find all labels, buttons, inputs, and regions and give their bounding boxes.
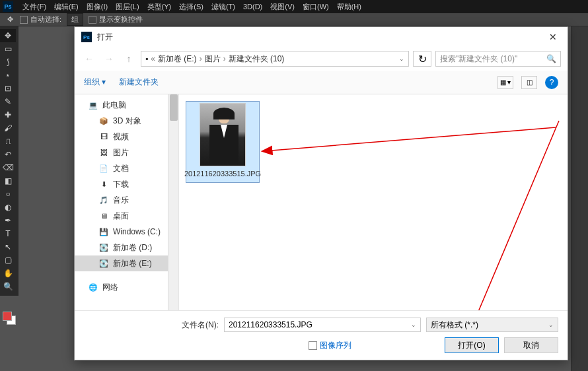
history-tool[interactable]: ↶ xyxy=(0,148,16,161)
heal-tool[interactable]: ✚ xyxy=(0,108,16,121)
ps-panels-collapsed[interactable] xyxy=(571,26,588,371)
folder-tree: 💻此电脑📦3D 对象🎞视频🖼图片📄文档⬇下载🎵音乐🖥桌面💾Windows (C:… xyxy=(75,94,179,310)
nav-back-button[interactable]: ← xyxy=(81,51,97,67)
blur-tool[interactable]: ○ xyxy=(0,187,16,201)
path-part-0[interactable]: 新加卷 (E:) xyxy=(158,53,197,65)
file-name-label: 201211620333515.JPG xyxy=(183,166,262,181)
shape-tool[interactable]: ▢ xyxy=(0,253,16,267)
tree-label: 桌面 xyxy=(113,211,129,222)
tree-item-9[interactable]: 💽新加卷 (D:) xyxy=(75,240,178,255)
autoselect-dropdown[interactable]: 组 xyxy=(67,13,83,26)
tree-label: 新加卷 (D:) xyxy=(113,242,152,253)
cancel-button[interactable]: 取消 xyxy=(504,337,558,353)
tree-label: Windows (C:) xyxy=(113,227,161,236)
folder-icon: 💾 xyxy=(98,227,109,236)
folder-icon: 🎵 xyxy=(98,195,109,205)
close-button[interactable]: ✕ xyxy=(545,29,561,45)
tree-item-1[interactable]: 📦3D 对象 xyxy=(75,113,178,129)
gradient-tool[interactable]: ◧ xyxy=(0,174,16,187)
lasso-tool[interactable]: ⟆ xyxy=(0,55,16,69)
file-item-selected[interactable]: 201211620333515.JPG xyxy=(186,101,260,183)
tree-item-8[interactable]: 💾Windows (C:) xyxy=(75,224,178,240)
zoom-tool[interactable]: 🔍 xyxy=(0,280,16,293)
organize-button[interactable]: 组织 ▾ xyxy=(84,77,106,88)
folder-icon: 💻 xyxy=(88,100,98,110)
tree-label: 网络 xyxy=(102,282,118,293)
tree-label: 图片 xyxy=(113,147,129,158)
eraser-tool[interactable]: ⌫ xyxy=(0,161,16,174)
sequence-checkbox[interactable] xyxy=(309,341,317,350)
brush-tool[interactable]: 🖌 xyxy=(0,121,16,135)
refresh-icon: ↻ xyxy=(418,53,427,65)
preview-pane-button[interactable]: ◫ xyxy=(521,76,537,89)
menu-file[interactable]: 文件(F) xyxy=(18,2,50,12)
tree-item-3[interactable]: 🖼图片 xyxy=(75,145,178,160)
open-file-dialog: Ps 打开 ✕ ← → ↑ ▪ « 新加卷 (E:) › 图片 › 新建文件夹 … xyxy=(74,26,568,360)
crop-tool[interactable]: ⊡ xyxy=(0,82,16,95)
file-thumbnail xyxy=(200,103,246,166)
nav-forward-button[interactable]: → xyxy=(101,51,117,67)
tree-label: 下载 xyxy=(113,179,129,190)
ps-options-bar: ✥ 自动选择: 组 显示变换控件 xyxy=(0,13,588,26)
file-list[interactable]: 201211620333515.JPG xyxy=(179,94,568,310)
fg-color-icon xyxy=(3,312,12,321)
tree-label: 3D 对象 xyxy=(113,116,141,127)
hand-tool[interactable]: ✋ xyxy=(0,267,16,280)
tree-item-5[interactable]: ⬇下载 xyxy=(75,176,178,192)
marquee-tool[interactable]: ▭ xyxy=(0,42,16,55)
tree-item-6[interactable]: 🎵音乐 xyxy=(75,192,178,208)
menu-filter[interactable]: 滤镜(T) xyxy=(207,2,239,12)
path-dropdown-icon[interactable]: ⌄ xyxy=(399,55,404,62)
path-part-1[interactable]: 图片 xyxy=(205,53,221,65)
tree-item-2[interactable]: 🎞视频 xyxy=(75,129,178,145)
open-button[interactable]: 打开(O) xyxy=(445,337,499,353)
path-tool[interactable]: ↖ xyxy=(0,240,16,253)
folder-icon: 📦 xyxy=(98,116,109,125)
filename-input[interactable]: 201211620333515.JPG ⌄ xyxy=(224,318,421,332)
menu-edit[interactable]: 编辑(E) xyxy=(50,2,83,12)
filetype-dropdown-icon[interactable]: ⌄ xyxy=(548,321,554,328)
address-bar[interactable]: ▪ « 新加卷 (E:) › 图片 › 新建文件夹 (10) ⌄ xyxy=(141,51,409,67)
filename-dropdown-icon[interactable]: ⌄ xyxy=(411,321,416,328)
refresh-button[interactable]: ↻ xyxy=(413,51,431,67)
menu-select[interactable]: 选择(S) xyxy=(175,2,207,12)
move-tool-icon: ✥ xyxy=(5,15,15,24)
menu-window[interactable]: 窗口(W) xyxy=(299,2,333,12)
menu-type[interactable]: 类型(Y) xyxy=(143,2,176,12)
color-swatch[interactable] xyxy=(3,312,16,325)
tree-item-7[interactable]: 🖥桌面 xyxy=(75,208,178,224)
folder-icon: ⬇ xyxy=(98,180,109,189)
menu-image[interactable]: 图像(I) xyxy=(83,2,112,12)
menu-help[interactable]: 帮助(H) xyxy=(333,2,365,12)
tree-item-0[interactable]: 💻此电脑 xyxy=(75,97,178,113)
dialog-title: 打开 xyxy=(97,32,113,43)
nav-up-button[interactable]: ↑ xyxy=(121,51,137,67)
menu-view[interactable]: 视图(V) xyxy=(266,2,299,12)
menu-layer[interactable]: 图层(L) xyxy=(112,2,143,12)
annotation-arrow-1 xyxy=(258,114,562,310)
autoselect-checkbox[interactable] xyxy=(20,16,28,24)
new-folder-button[interactable]: 新建文件夹 xyxy=(119,77,159,88)
menu-3d[interactable]: 3D(D) xyxy=(239,3,266,11)
wand-tool[interactable]: ⋆ xyxy=(0,69,16,82)
filetype-select[interactable]: 所有格式 (*.*) ⌄ xyxy=(426,318,558,332)
folder-icon: 📄 xyxy=(98,164,109,173)
search-input[interactable]: 搜索"新建文件夹 (10)" 🔍 xyxy=(435,51,561,67)
tree-scrollbar[interactable] xyxy=(168,94,178,310)
autoselect-label: 自动选择: xyxy=(30,15,61,24)
pen-tool[interactable]: ✒ xyxy=(0,214,16,227)
tree-item-4[interactable]: 📄文档 xyxy=(75,160,178,176)
path-part-2[interactable]: 新建文件夹 (10) xyxy=(229,53,285,65)
tree-item-11[interactable]: 🌐网络 xyxy=(75,279,178,295)
text-tool[interactable]: T xyxy=(0,227,16,240)
eyedropper-tool[interactable]: ✎ xyxy=(0,95,16,108)
move-tool[interactable]: ✥ xyxy=(0,29,16,42)
tree-item-10[interactable]: 💽新加卷 (E:) xyxy=(75,255,178,271)
pc-icon: ▪ xyxy=(145,54,148,63)
transform-checkbox[interactable] xyxy=(89,16,96,24)
stamp-tool[interactable]: ⎍ xyxy=(0,135,16,148)
tree-label: 视频 xyxy=(113,131,129,143)
help-button[interactable]: ? xyxy=(545,76,558,89)
dodge-tool[interactable]: ◐ xyxy=(0,201,16,214)
view-mode-button[interactable]: ▦ ▾ xyxy=(497,76,513,89)
